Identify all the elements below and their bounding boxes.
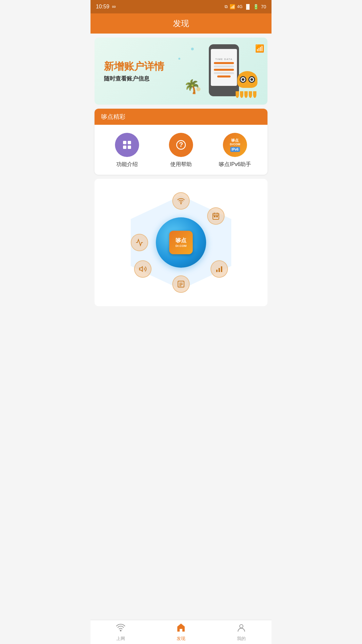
mascot-left-eye — [240, 76, 246, 83]
functions-icon — [115, 133, 139, 157]
palm-decoration: 🌴 — [184, 79, 200, 95]
svg-rect-12 — [217, 216, 218, 217]
status-right: ⧉ 📶 4G ▐▌ 🔋 70 — [225, 4, 266, 9]
wifi-decoration: 📶 — [255, 44, 264, 53]
dot-deco-3 — [178, 58, 180, 60]
orbit-icon-chart — [210, 260, 228, 278]
page-header: 发现 — [90, 13, 272, 34]
svg-rect-3 — [128, 146, 131, 149]
mascot-head — [237, 71, 257, 88]
dot-deco-1 — [191, 48, 194, 50]
svg-rect-13 — [216, 270, 218, 272]
svg-rect-7 — [213, 213, 219, 219]
orbit-icon-calendar — [207, 207, 225, 225]
svg-rect-11 — [214, 216, 215, 217]
svg-point-6 — [181, 203, 181, 204]
svg-rect-15 — [221, 266, 222, 272]
ipv6-label: 哆点IPv6助手 — [219, 161, 251, 168]
octopus-mascot — [234, 71, 261, 98]
battery-level: 70 — [261, 4, 266, 9]
features-section: 哆点精彩 功能介绍 ? — [95, 109, 267, 175]
features-header: 哆点精彩 — [95, 109, 267, 125]
orbit-icon-list — [172, 275, 190, 293]
feature-item-ipv6[interactable]: 哆点 DrCOM IPv6 哆点IPv6助手 — [208, 133, 262, 168]
functions-label: 功能介绍 — [116, 161, 138, 168]
signal-bars-icon: ▐▌ — [245, 4, 251, 9]
status-bar: 10:59 ∞ ⧉ 📶 4G ▐▌ 🔋 70 — [90, 0, 272, 13]
banner-image: 🌴 TIME DATA 📶 — [180, 38, 267, 105]
svg-marker-20 — [139, 267, 142, 271]
feature-item-help[interactable]: ? 使用帮助 — [154, 133, 208, 168]
svg-rect-0 — [123, 141, 126, 144]
svg-rect-2 — [123, 146, 126, 149]
infinity-icon: ∞ — [112, 4, 116, 10]
mascot-legs — [236, 91, 256, 98]
dot-deco-2 — [196, 87, 200, 91]
globe-logo: 哆点 Dr.COM — [169, 231, 193, 254]
orbit-icon-wifi — [172, 192, 190, 210]
orbit-icon-signal — [131, 234, 148, 251]
feature-item-functions[interactable]: 功能介绍 — [100, 133, 154, 168]
banner-text: 新增账户详情 随时查看账户信息 — [95, 52, 174, 91]
main-content: 新增账户详情 随时查看账户信息 🌴 TIME DATA — [90, 38, 272, 337]
banner-title: 新增账户详情 — [104, 60, 164, 73]
page-title: 发现 — [173, 18, 189, 29]
status-left: 10:59 ∞ — [96, 4, 116, 10]
svg-rect-14 — [219, 268, 220, 272]
mascot-right-eye — [248, 76, 255, 83]
wifi-icon: 📶 — [230, 4, 235, 9]
help-label: 使用帮助 — [170, 161, 192, 168]
features-grid: 功能介绍 ? 使用帮助 哆点 DrCOM IPv6 哆点IPv6助手 — [95, 125, 267, 175]
globe-section: 哆点 Dr.COM — [95, 179, 267, 306]
orbit-icon-sound — [134, 260, 152, 278]
banner-subtitle: 随时查看账户信息 — [104, 75, 164, 83]
globe-container: 哆点 Dr.COM — [127, 189, 235, 296]
svg-text:?: ? — [179, 141, 183, 148]
globe: 哆点 Dr.COM — [156, 217, 206, 268]
status-time: 10:59 — [96, 4, 109, 10]
svg-rect-1 — [128, 141, 131, 144]
help-icon: ? — [169, 133, 193, 157]
signal-4g-icon: 4G — [237, 4, 243, 9]
phone-screen: TIME DATA — [211, 49, 237, 86]
promo-banner[interactable]: 新增账户详情 随时查看账户信息 🌴 TIME DATA — [95, 38, 267, 105]
ipv6-icon: 哆点 DrCOM IPv6 — [223, 133, 247, 157]
battery-icon: 🔋 — [253, 4, 259, 9]
copy-icon: ⧉ — [225, 4, 228, 9]
